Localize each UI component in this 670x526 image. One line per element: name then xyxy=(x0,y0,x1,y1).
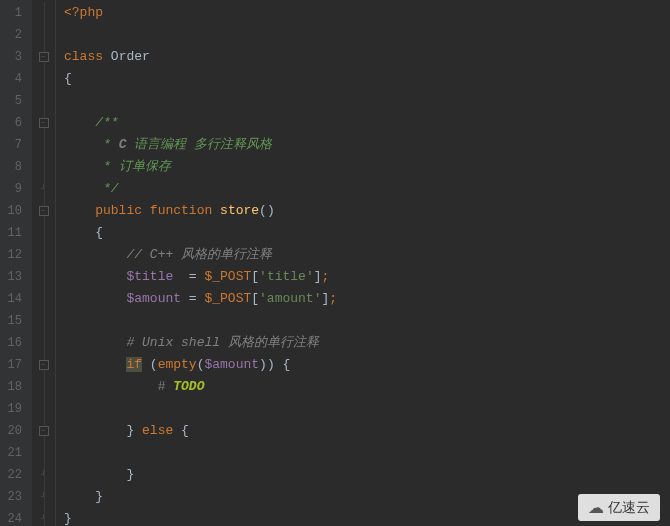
fold-close-icon[interactable]: ┘ xyxy=(39,471,49,481)
fold-cell[interactable] xyxy=(32,134,55,156)
code-token: 'amount' xyxy=(259,291,321,306)
fold-cell[interactable] xyxy=(32,68,55,90)
fold-cell[interactable] xyxy=(32,24,55,46)
code-token xyxy=(64,423,126,438)
line-number: 12 xyxy=(0,244,22,266)
code-token: ] xyxy=(314,269,322,284)
code-line[interactable]: { xyxy=(56,68,670,90)
code-token: else xyxy=(142,423,173,438)
code-line[interactable] xyxy=(56,24,670,46)
fold-cell[interactable] xyxy=(32,398,55,420)
line-number: 15 xyxy=(0,310,22,332)
fold-gutter[interactable]: −−┘−−−┘┘┘ xyxy=(32,0,56,526)
code-token xyxy=(64,203,95,218)
fold-open-icon[interactable]: − xyxy=(39,360,49,370)
line-number: 18 xyxy=(0,376,22,398)
code-line[interactable] xyxy=(56,442,670,464)
code-token: () xyxy=(259,203,275,218)
code-line[interactable] xyxy=(56,398,670,420)
code-line[interactable]: if (empty($amount)) { xyxy=(56,354,670,376)
code-line[interactable]: * 订单保存 xyxy=(56,156,670,178)
code-token xyxy=(134,423,142,438)
line-number: 22 xyxy=(0,464,22,486)
fold-cell[interactable] xyxy=(32,332,55,354)
fold-cell[interactable]: ┘ xyxy=(32,178,55,200)
fold-cell[interactable] xyxy=(32,156,55,178)
line-number: 13 xyxy=(0,266,22,288)
fold-open-icon[interactable]: − xyxy=(39,52,49,62)
code-line[interactable] xyxy=(56,310,670,332)
fold-cell[interactable]: − xyxy=(32,46,55,68)
fold-cell[interactable]: ┘ xyxy=(32,464,55,486)
fold-cell[interactable] xyxy=(32,244,55,266)
code-token: = xyxy=(181,291,204,306)
code-token: = xyxy=(173,269,204,284)
code-line[interactable]: class Order xyxy=(56,46,670,68)
fold-cell[interactable]: − xyxy=(32,112,55,134)
fold-cell[interactable] xyxy=(32,90,55,112)
fold-open-icon[interactable]: − xyxy=(39,118,49,128)
fold-cell[interactable] xyxy=(32,288,55,310)
code-token xyxy=(173,423,181,438)
code-line[interactable]: $amount = $_POST['amount']; xyxy=(56,288,670,310)
fold-open-icon[interactable]: − xyxy=(39,206,49,216)
fold-cell[interactable] xyxy=(32,2,55,24)
fold-cell[interactable] xyxy=(32,222,55,244)
line-number: 1 xyxy=(0,2,22,24)
line-number: 9 xyxy=(0,178,22,200)
code-line[interactable]: */ xyxy=(56,178,670,200)
line-number: 3 xyxy=(0,46,22,68)
fold-close-icon[interactable]: ┘ xyxy=(39,493,49,503)
code-token: { xyxy=(282,357,290,372)
code-token: } xyxy=(95,489,103,504)
code-line[interactable]: /** xyxy=(56,112,670,134)
fold-cell[interactable]: ┘ xyxy=(32,508,55,526)
code-token: { xyxy=(64,71,72,86)
fold-cell[interactable]: − xyxy=(32,420,55,442)
code-area[interactable]: <?phpclass Order{ /** * C 语言编程 多行注释风格 * … xyxy=(56,0,670,526)
code-token: # Unix shell 风格的单行注释 xyxy=(126,335,318,350)
code-line[interactable]: // C++ 风格的单行注释 xyxy=(56,244,670,266)
code-token: ( xyxy=(142,357,158,372)
code-token: // xyxy=(126,247,149,262)
code-line[interactable]: { xyxy=(56,222,670,244)
code-token: if xyxy=(126,357,142,372)
code-token xyxy=(64,159,103,174)
code-line[interactable]: } xyxy=(56,464,670,486)
fold-cell[interactable] xyxy=(32,310,55,332)
code-token: C++ xyxy=(150,247,173,262)
line-number: 10 xyxy=(0,200,22,222)
code-line[interactable]: public function store() xyxy=(56,200,670,222)
code-token: 风格的单行注释 xyxy=(173,247,272,262)
line-number: 20 xyxy=(0,420,22,442)
line-number: 4 xyxy=(0,68,22,90)
code-token: $amount xyxy=(204,357,259,372)
code-token: # xyxy=(158,379,174,394)
code-token: ; xyxy=(329,291,337,306)
fold-cell[interactable]: − xyxy=(32,200,55,222)
fold-close-icon[interactable]: ┘ xyxy=(39,515,49,525)
fold-cell[interactable] xyxy=(32,266,55,288)
code-line[interactable]: } else { xyxy=(56,420,670,442)
code-line[interactable] xyxy=(56,90,670,112)
fold-cell[interactable]: ┘ xyxy=(32,486,55,508)
code-line[interactable]: # TODO xyxy=(56,376,670,398)
code-token: function xyxy=(150,203,212,218)
fold-open-icon[interactable]: − xyxy=(39,426,49,436)
code-token: )) xyxy=(259,357,282,372)
fold-cell[interactable]: − xyxy=(32,354,55,376)
code-token: 'title' xyxy=(259,269,314,284)
code-token xyxy=(64,291,126,306)
fold-cell[interactable] xyxy=(32,442,55,464)
line-number: 14 xyxy=(0,288,22,310)
code-line[interactable]: * C 语言编程 多行注释风格 xyxy=(56,134,670,156)
fold-close-icon[interactable]: ┘ xyxy=(39,185,49,195)
code-line[interactable]: $title = $_POST['title']; xyxy=(56,266,670,288)
line-number-gutter[interactable]: 123456789101112131415161718192021222324 xyxy=(0,0,32,526)
fold-cell[interactable] xyxy=(32,376,55,398)
code-line[interactable]: <?php xyxy=(56,2,670,24)
cloud-icon: ☁ xyxy=(588,498,604,517)
code-token: store xyxy=(220,203,259,218)
code-line[interactable]: # Unix shell 风格的单行注释 xyxy=(56,332,670,354)
code-token xyxy=(64,269,126,284)
